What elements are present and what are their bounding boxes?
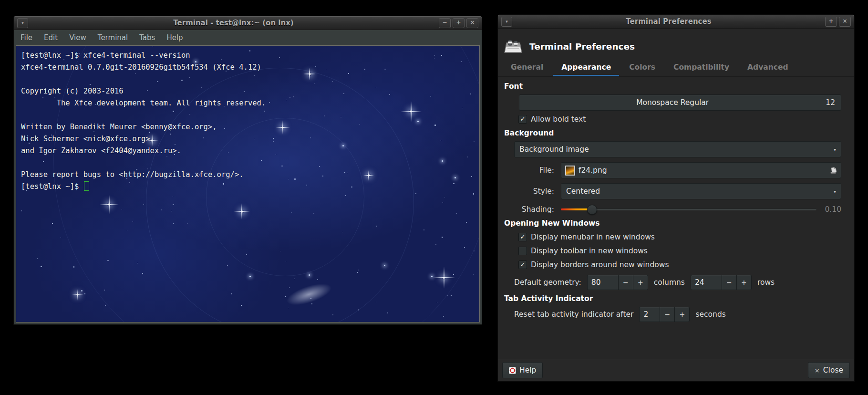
star: [173, 223, 174, 224]
display-toolbar-checkbox[interactable]: ✓: [518, 247, 527, 255]
terminal-output: [test@lnx ~]$ xfce4-terminal --version x…: [16, 46, 479, 197]
background-style-dropdown[interactable]: Centered ▾: [561, 183, 841, 199]
star: [73, 266, 75, 268]
desktop: { "icons": { "menu_caret": "▾", "minimiz…: [0, 0, 868, 395]
terminal-line: [21, 109, 475, 121]
window-menu-button[interactable]: ▾: [17, 18, 28, 28]
preferences-tabs: General Appearance Colors Compatibility …: [498, 60, 854, 77]
star: [435, 244, 436, 245]
star: [332, 314, 333, 315]
background-type-value: Background image: [519, 145, 834, 154]
font-select-button[interactable]: Monospace Regular 12: [519, 94, 841, 111]
close-icon: ×: [815, 367, 820, 374]
terminal-titlebar[interactable]: ▾ Terminal - test@lnx:~ (on lnx) − + ×: [14, 16, 482, 30]
slider-handle[interactable]: [587, 205, 597, 215]
seconds-value[interactable]: 2: [640, 307, 660, 322]
tab-advanced[interactable]: Advanced: [739, 60, 796, 76]
star-flare: [433, 267, 455, 289]
close-dialog-button[interactable]: × Close: [808, 362, 850, 378]
preferences-titlebar[interactable]: ▾ Terminal Preferences + ×: [498, 15, 854, 29]
terminal-prompt-line: [test@lnx ~]$: [21, 181, 475, 193]
star: [52, 223, 53, 224]
decrement-button[interactable]: −: [618, 275, 633, 290]
display-toolbar-label: Display toolbar in new windows: [531, 247, 648, 255]
display-borders-label: Display borders around new windows: [531, 260, 669, 269]
display-borders-checkbox[interactable]: ✓: [518, 260, 527, 269]
terminal-line: [21, 157, 475, 169]
maximize-button[interactable]: +: [825, 17, 837, 27]
tab-appearance[interactable]: Appearance: [553, 60, 619, 76]
slider-track[interactable]: [561, 208, 816, 210]
open-file-icon[interactable]: [830, 166, 838, 175]
check-icon: ✓: [520, 116, 526, 122]
maximize-button[interactable]: +: [453, 18, 465, 28]
decrement-button[interactable]: −: [722, 275, 736, 290]
menu-terminal[interactable]: Terminal: [98, 33, 128, 42]
rows-value[interactable]: 24: [691, 275, 722, 290]
increment-button[interactable]: +: [674, 307, 689, 322]
menu-help[interactable]: Help: [166, 33, 183, 42]
star: [474, 250, 475, 251]
columns-value[interactable]: 80: [588, 275, 618, 290]
star: [173, 204, 174, 206]
terminal-screen[interactable]: [test@lnx ~]$ xfce4-terminal --version x…: [16, 45, 480, 322]
terminal-line: The Xfce development team. All rights re…: [21, 97, 475, 109]
star: [311, 303, 312, 304]
display-menubar-row: ✓ Display menubar in new windows: [518, 231, 841, 242]
increment-button[interactable]: +: [633, 275, 648, 290]
close-icon: ×: [842, 18, 847, 24]
minus-icon: −: [665, 311, 671, 318]
star: [107, 260, 109, 261]
menu-file[interactable]: File: [21, 33, 32, 42]
preferences-window-title: Terminal Preferences: [513, 17, 824, 26]
close-icon: ×: [470, 19, 475, 26]
shading-slider[interactable]: [561, 204, 816, 215]
tab-colors[interactable]: Colors: [621, 60, 663, 76]
close-button[interactable]: ×: [466, 18, 478, 28]
default-geometry-row: Default geometry: 80 − + columns 24 − + …: [514, 275, 841, 290]
close-button[interactable]: ×: [839, 17, 851, 27]
background-file-chooser[interactable]: f24.png: [561, 162, 841, 178]
tab-activity-section-heading: Tab Activity Indicator: [504, 294, 841, 303]
allow-bold-row: ✓ Allow bold text: [518, 114, 841, 125]
menu-tabs[interactable]: Tabs: [139, 33, 155, 42]
star: [443, 202, 444, 203]
maximize-icon: +: [456, 19, 461, 26]
terminal-window-title: Terminal - test@lnx:~ (on lnx): [29, 19, 438, 27]
plus-icon: +: [741, 279, 747, 286]
terminal-line: Nick Schermer <nick@xfce.org>: [21, 133, 475, 145]
display-menubar-checkbox[interactable]: ✓: [518, 233, 527, 241]
increment-button[interactable]: +: [736, 275, 751, 290]
minus-icon: −: [623, 279, 629, 286]
terminal-line: Copyright (c) 2003-2016: [21, 85, 475, 97]
font-section-heading: Font: [504, 82, 841, 91]
background-section-heading: Background: [504, 129, 841, 137]
star: [171, 211, 172, 212]
opening-section-heading: Opening New Windows: [504, 219, 841, 228]
star-flare: [72, 289, 83, 301]
decrement-button[interactable]: −: [660, 307, 674, 322]
tab-compatibility[interactable]: Compatibility: [665, 60, 737, 76]
terminal-line: Please report bugs to <http://bugzilla.x…: [21, 169, 475, 181]
rows-unit-label: rows: [757, 278, 775, 287]
seconds-unit-label: seconds: [695, 310, 725, 319]
minimize-button[interactable]: −: [439, 18, 451, 28]
style-row: Style: Centered ▾: [514, 183, 841, 199]
star-flare: [100, 195, 119, 214]
allow-bold-checkbox[interactable]: ✓: [518, 115, 527, 124]
plus-icon: +: [680, 311, 685, 318]
menu-view[interactable]: View: [69, 33, 86, 42]
display-borders-row: ✓ Display borders around new windows: [518, 259, 841, 270]
menu-edit[interactable]: Edit: [44, 33, 58, 42]
tab-general[interactable]: General: [503, 60, 551, 76]
shading-value: 0.10: [816, 205, 841, 214]
help-button[interactable]: Help: [502, 362, 543, 378]
background-type-dropdown[interactable]: Background image ▾: [514, 141, 841, 157]
terminal-line: [21, 73, 475, 85]
preferences-header: Terminal Preferences: [498, 29, 854, 60]
window-menu-button[interactable]: ▾: [501, 17, 512, 27]
seconds-stepper: 2 − +: [639, 307, 690, 322]
minus-icon: −: [726, 279, 732, 286]
display-toolbar-row: ✓ Display toolbar in new windows: [518, 245, 841, 256]
image-thumbnail-icon: [565, 166, 575, 176]
